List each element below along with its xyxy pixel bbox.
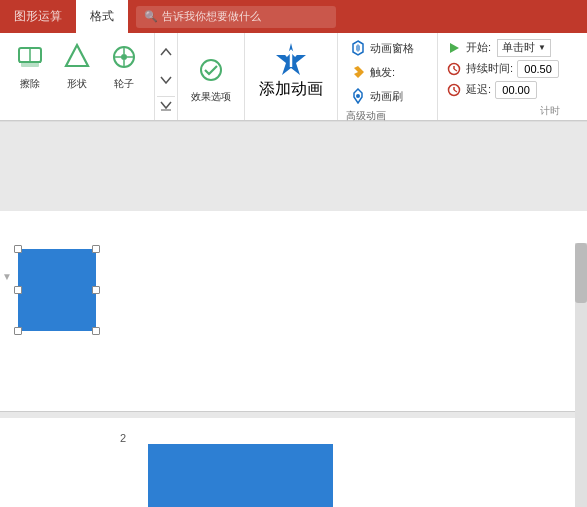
svg-marker-20 — [450, 43, 459, 53]
ribbon-content: 擦除 形状 — [0, 33, 587, 121]
wheel-icon — [106, 39, 142, 75]
search-bar[interactable]: 🔍 告诉我你想要做什么 — [136, 6, 336, 28]
timing-group: 开始: 单击时 ▼ 持续时间: — [438, 33, 568, 120]
advanced-animation-group: 动画窗格 触发: — [338, 33, 438, 120]
timing-start-label: 开始: — [466, 40, 491, 55]
timing-duration-label: 持续时间: — [466, 61, 513, 76]
duration-input[interactable] — [517, 60, 559, 78]
wheel-label: 轮子 — [114, 77, 134, 91]
delay-icon — [446, 82, 462, 98]
handle-br[interactable] — [92, 327, 100, 335]
duration-icon — [446, 61, 462, 77]
wheel-button[interactable]: 轮子 — [102, 37, 146, 93]
add-animation-label: 添加动画 — [259, 79, 323, 100]
effects-options-group — [155, 33, 178, 120]
delay-input[interactable] — [495, 81, 537, 99]
svg-point-12 — [201, 60, 221, 80]
svg-rect-2 — [21, 62, 39, 67]
svg-point-6 — [121, 54, 127, 60]
animation-brush-icon — [349, 87, 367, 105]
ribbon: 图形运算 格式 🔍 告诉我你想要做什么 — [0, 0, 587, 122]
trigger-button[interactable]: 触发: — [346, 61, 429, 83]
scrollbar-thumb[interactable] — [575, 243, 587, 303]
tab-graphic-ops[interactable]: 图形运算 — [0, 0, 76, 33]
timing-delay-row: 延迟: — [446, 79, 560, 100]
handle-tr[interactable] — [92, 245, 100, 253]
timing-group-label: 计时 — [540, 102, 560, 118]
eraser-label: 擦除 — [20, 77, 40, 91]
effects-options-icon — [193, 52, 229, 88]
advanced-group-label: 高级动画 — [346, 107, 386, 123]
handle-bl[interactable] — [14, 327, 22, 335]
timing-duration-row: 持续时间: — [446, 58, 560, 79]
effects-expand-arrow[interactable] — [157, 96, 175, 116]
start-value: 单击时 — [502, 40, 535, 55]
slide2-number: 2 — [120, 432, 126, 444]
animation-brush-label: 动画刷 — [370, 89, 403, 104]
add-animation-button[interactable]: 添加动画 — [251, 37, 331, 104]
svg-line-23 — [454, 69, 457, 71]
search-icon: 🔍 — [144, 10, 158, 23]
shape1 — [18, 249, 96, 331]
tab-format[interactable]: 格式 — [76, 0, 128, 33]
svg-marker-15 — [356, 44, 360, 52]
animation-pane-button[interactable]: 动画窗格 — [346, 37, 429, 59]
svg-marker-4 — [66, 45, 88, 66]
add-animation-section: 添加动画 — [245, 33, 338, 120]
animation-pane-label: 动画窗格 — [370, 41, 414, 56]
start-icon — [446, 40, 462, 56]
advanced-items: 动画窗格 触发: — [346, 37, 429, 107]
handle-ml[interactable] — [14, 286, 22, 294]
tab-bar: 图形运算 格式 🔍 告诉我你想要做什么 — [0, 0, 587, 33]
slide-separator — [0, 411, 587, 412]
animate-group: 擦除 形状 — [4, 33, 155, 120]
start-dropdown[interactable]: 单击时 ▼ — [497, 39, 551, 57]
shape-icon — [59, 39, 95, 75]
timing-delay-label: 延迟: — [466, 82, 491, 97]
effects-options-button[interactable]: 效果选项 — [186, 50, 236, 106]
shape2[interactable] — [148, 444, 333, 507]
shape-button[interactable]: 形状 — [55, 37, 99, 93]
slide1-area[interactable]: ▼ — [0, 211, 587, 411]
eraser-icon — [12, 39, 48, 75]
slide-area: ▼ 2 — [0, 122, 587, 507]
shape-label: 形状 — [67, 77, 87, 91]
effects-up-arrow[interactable] — [157, 38, 175, 66]
trigger-label: 触发: — [370, 65, 395, 80]
effects-options-section: 效果选项 — [178, 33, 245, 120]
handle-tl[interactable] — [14, 245, 22, 253]
eraser-button[interactable]: 擦除 — [8, 37, 52, 93]
animate-icons-row: 擦除 形状 — [8, 37, 146, 116]
scrollbar[interactable] — [575, 243, 587, 507]
svg-marker-16 — [354, 66, 364, 78]
svg-point-18 — [356, 94, 360, 98]
effects-options-label: 效果选项 — [191, 90, 231, 104]
slide2-area[interactable]: 2 — [0, 418, 587, 507]
timing-start-row: 开始: 单击时 ▼ — [446, 37, 560, 58]
slide1-left-label: ▼ — [2, 271, 12, 282]
animation-pane-icon — [349, 39, 367, 57]
trigger-icon — [349, 63, 367, 81]
effects-down-arrow[interactable] — [157, 66, 175, 94]
handle-mr[interactable] — [92, 286, 100, 294]
svg-line-26 — [454, 90, 457, 92]
shape1-wrapper[interactable] — [18, 249, 96, 331]
start-dropdown-icon: ▼ — [538, 43, 546, 52]
animation-brush-button[interactable]: 动画刷 — [346, 85, 429, 107]
